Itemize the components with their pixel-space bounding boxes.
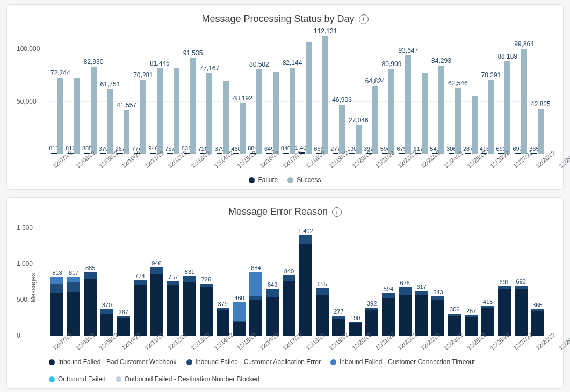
bar-group[interactable]: 69399,864	[513, 49, 529, 154]
legend-item-e4[interactable]: Outbound Failed	[49, 375, 106, 383]
bar-group[interactable]: 675	[396, 287, 413, 336]
bar-segment[interactable]	[150, 267, 163, 274]
bar-segment[interactable]	[50, 277, 63, 284]
stacked-bar[interactable]: 1,402	[299, 235, 312, 336]
stacked-bar[interactable]: 691	[498, 286, 511, 336]
bar-success[interactable]	[422, 73, 428, 154]
bar-group[interactable]: 379	[214, 81, 231, 154]
bar-segment[interactable]	[465, 317, 478, 336]
bar-success[interactable]: 70,291	[488, 80, 494, 154]
bar-failure[interactable]: 370	[100, 153, 106, 154]
bar-segment[interactable]	[50, 284, 63, 293]
bar-group[interactable]: 415	[480, 306, 496, 336]
bar-group[interactable]: 655	[314, 288, 330, 336]
bar-success[interactable]: 80,502	[256, 69, 262, 154]
bar-group[interactable]: 30662,546	[446, 88, 463, 154]
bar-success[interactable]: 77,167	[206, 73, 212, 154]
bar-success[interactable]: 84,293	[438, 66, 444, 154]
stacked-bar[interactable]: 370	[100, 309, 113, 336]
bar-group[interactable]: 27746,903	[330, 105, 347, 154]
bar-segment[interactable]	[266, 297, 279, 336]
bar-group[interactable]: 39264,824	[364, 86, 380, 154]
bar-segment[interactable]	[498, 286, 511, 290]
bar-group[interactable]: 884	[248, 272, 264, 336]
bar-success[interactable]: 64,824	[372, 86, 378, 154]
bar-segment[interactable]	[399, 287, 412, 295]
bar-failure[interactable]: 277	[333, 153, 338, 154]
legend-item-e1[interactable]: Inbound Failed - Bad Customer Webhook	[49, 358, 177, 366]
bar-segment[interactable]	[283, 275, 295, 281]
stacked-bar[interactable]: 884	[249, 272, 262, 336]
bar-success[interactable]: 112,131	[322, 36, 328, 154]
bar-group[interactable]: 774	[132, 280, 148, 336]
bar-success[interactable]	[174, 68, 179, 154]
bar-success[interactable]: 88,189	[504, 61, 510, 154]
bar-segment[interactable]	[249, 300, 262, 336]
bar-group[interactable]: 77470,281	[132, 80, 148, 154]
bar-success[interactable]	[223, 81, 229, 154]
bar-group[interactable]: 885	[82, 272, 99, 336]
stacked-bar[interactable]: 774	[134, 280, 147, 336]
bar-failure[interactable]: 287	[465, 153, 471, 154]
stacked-bar[interactable]: 379	[217, 308, 229, 336]
bar-segment[interactable]	[266, 289, 279, 297]
bar-group[interactable]: 817	[66, 277, 82, 336]
bar-group[interactable]: 693	[513, 286, 529, 336]
bar-segment[interactable]	[531, 311, 544, 336]
bar-success[interactable]: 62,546	[455, 88, 461, 154]
stacked-bar[interactable]: 655	[316, 288, 329, 336]
bar-group[interactable]: 649	[264, 289, 281, 336]
bar-success[interactable]: 41,557	[124, 110, 129, 154]
bar-segment[interactable]	[382, 293, 395, 299]
bar-success[interactable]	[273, 72, 279, 154]
bar-success[interactable]: 81,445	[157, 68, 163, 154]
legend-item-e2[interactable]: Inbound Failed - Customer Application Er…	[186, 358, 321, 366]
bar-group[interactable]: 831	[182, 276, 198, 336]
bar-group[interactable]: 36542,825	[529, 109, 546, 154]
stacked-bar[interactable]: 675	[399, 287, 412, 336]
bar-group[interactable]: 69188,189	[496, 61, 513, 154]
bar-success[interactable]: 46,903	[339, 105, 345, 154]
bar-segment[interactable]	[498, 289, 511, 336]
bar-segment[interactable]	[431, 300, 444, 336]
stacked-bar[interactable]: 757	[167, 281, 179, 336]
bar-success[interactable]: 48,192	[240, 103, 246, 154]
bar-success[interactable]	[306, 42, 312, 154]
bar-segment[interactable]	[349, 323, 362, 336]
stacked-bar[interactable]: 190	[349, 322, 362, 336]
stacked-bar[interactable]: 365	[531, 309, 544, 336]
bar-group[interactable]: 617	[413, 291, 430, 336]
bar-segment[interactable]	[249, 296, 262, 300]
stacked-bar[interactable]: 831	[183, 276, 196, 336]
bar-failure[interactable]: 813	[51, 153, 57, 154]
legend-item-e5[interactable]: Outbound Failed - Destination Number Blo…	[116, 375, 259, 383]
bar-success[interactable]: 93,647	[405, 55, 411, 154]
bar-group[interactable]: 83191,535	[182, 58, 198, 154]
stacked-bar[interactable]: 726	[200, 284, 213, 336]
bar-group[interactable]: 365	[529, 309, 546, 336]
bar-segment[interactable]	[415, 295, 428, 336]
bar-group[interactable]: 81372,244	[49, 78, 66, 154]
bar-segment[interactable]	[316, 288, 329, 294]
bar-failure[interactable]: 379	[217, 153, 222, 154]
bar-group[interactable]: 757	[165, 281, 182, 336]
stacked-bar[interactable]: 460	[233, 302, 246, 336]
bar-failure[interactable]: 840	[283, 153, 289, 154]
bar-group[interactable]: 370	[98, 309, 115, 336]
bar-segment[interactable]	[399, 295, 412, 336]
bar-group[interactable]: 840	[281, 275, 298, 336]
bar-segment[interactable]	[233, 302, 246, 320]
bar-success[interactable]: 27,046	[356, 125, 362, 154]
bar-success[interactable]: 42,825	[538, 109, 544, 154]
bar-segment[interactable]	[515, 289, 528, 336]
legend-item-failure[interactable]: Failure	[249, 176, 278, 184]
bar-group[interactable]: 1,402	[297, 42, 314, 154]
bar-group[interactable]: 287	[463, 315, 480, 336]
stacked-bar[interactable]: 946	[150, 267, 163, 336]
bar-group[interactable]: 1,402	[297, 235, 314, 336]
bar-group[interactable]: 946	[148, 267, 165, 336]
bar-segment[interactable]	[50, 293, 63, 336]
bar-failure[interactable]: 306	[449, 153, 454, 154]
bar-segment[interactable]	[84, 279, 97, 336]
bar-group[interactable]: 757	[165, 68, 182, 154]
